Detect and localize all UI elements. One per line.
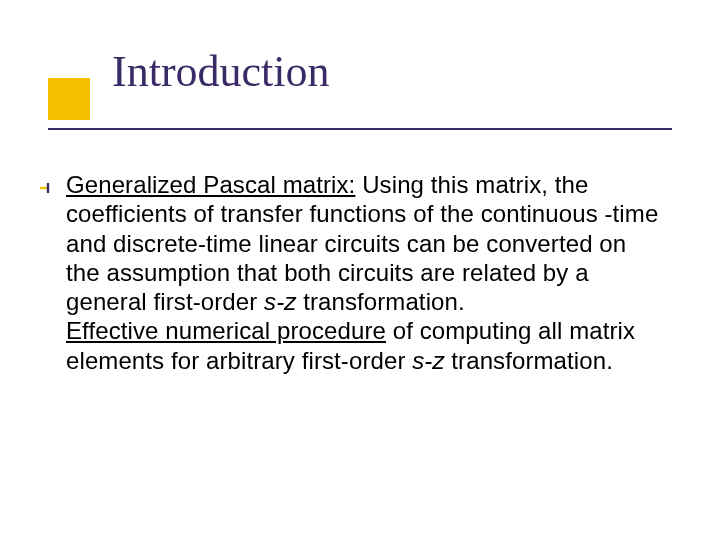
body-lead-2: Effective numerical procedure (66, 317, 386, 344)
bullet-icon (40, 182, 54, 196)
slide-body: Generalized Pascal matrix: Using this ma… (66, 170, 666, 375)
body-text-1b: transformation. (303, 288, 465, 315)
slide-title: Introduction (112, 50, 720, 94)
body-lead-1: Generalized Pascal matrix: (66, 171, 355, 198)
title-divider (48, 128, 672, 130)
body-italic-2: s-z (412, 347, 444, 374)
title-accent-square (48, 78, 90, 120)
body-text-2b: transformation. (451, 347, 613, 374)
body-italic-1: s-z (264, 288, 296, 315)
